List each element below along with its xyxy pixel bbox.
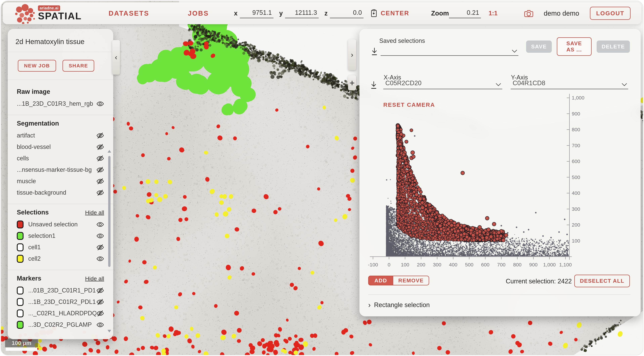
center-button[interactable]: CENTER [380,10,409,17]
color-swatch[interactable] [17,220,24,228]
y-axis-select[interactable]: C04R1CD8 [511,79,628,89]
save-as-button[interactable]: SAVE AS ... [557,37,592,56]
marker-row[interactable]: ...3D_C02R2_PGLAMP [17,319,104,330]
scroll-up-arrow[interactable] [108,150,111,153]
segmentation-row[interactable]: ...nsensus-marker-tissue-bg [17,164,104,175]
visibility-off-icon[interactable] [96,243,104,251]
screenshot-camera-icon[interactable] [524,9,534,18]
left-panel-collapse-button[interactable]: ‹ [112,40,120,75]
visibility-off-icon[interactable] [96,309,104,317]
new-job-button[interactable]: NEW JOB [18,60,56,72]
layers-panel: 2d Hematoxylin tissue NEW JOB SHARE Raw … [8,29,113,339]
share-button[interactable]: SHARE [62,60,94,72]
right-panel-collapse-button[interactable]: › [348,39,356,70]
scale-bar-rule [6,347,37,351]
paste-coordinates-icon[interactable] [370,9,378,18]
y-coord-label: y [279,10,283,17]
segmentation-row[interactable]: artifact [17,130,104,141]
color-swatch[interactable] [17,255,24,263]
delete-button[interactable]: DELETE [597,41,630,53]
divider [368,294,630,295]
saved-selections-select[interactable] [380,46,518,56]
color-swatch[interactable] [17,321,24,329]
selections-hide-all-link[interactable]: Hide all [85,209,104,216]
y-coord-input[interactable] [285,9,319,18]
segmentation-label: tissue-background [17,189,66,196]
zoom-in-button[interactable]: + [348,75,356,90]
rectangle-selection-expander[interactable]: › Rectangle selection [368,301,430,309]
one-to-one-button[interactable]: 1:1 [489,10,498,17]
visibility-on-icon[interactable] [96,321,104,329]
zoom-input[interactable] [449,9,481,18]
nav-link-jobs[interactable]: JOBS [188,10,209,17]
selection-row[interactable]: selection1 [17,230,104,241]
visibility-on-icon[interactable] [96,100,104,108]
scale-bar-label: 100 μm [12,340,31,346]
marker-row[interactable]: ...01B_23D_C01R1_PD1 [17,285,104,296]
chevron-down-icon [512,49,517,53]
download-selection-icon[interactable] [370,47,378,56]
color-swatch[interactable] [17,232,24,240]
visibility-off-icon[interactable] [96,287,104,294]
x-coord-input[interactable] [240,9,274,18]
nav-link-datasets[interactable]: DATASETS [109,10,149,17]
visibility-on-icon[interactable] [96,255,104,263]
x-coord-label: x [234,10,238,17]
save-button[interactable]: SAVE [526,41,552,53]
marker-row[interactable]: ..._C02R1_HLADRDPDQ [17,308,104,319]
color-swatch[interactable] [17,309,24,317]
brain-logo-icon [14,3,36,24]
deselect-all-button[interactable]: DESELECT ALL [574,275,630,287]
markers-hide-all-link[interactable]: Hide all [85,275,104,282]
visibility-off-icon[interactable] [96,143,104,151]
color-swatch[interactable] [17,243,24,251]
marker-row[interactable]: ...1B_23D_C01R2_PDL1 [17,296,104,308]
chevron-down-icon [496,83,501,86]
selection-label: Unsaved selection [28,221,78,228]
visibility-off-icon[interactable] [96,298,104,306]
marker-label: ...01B_23D_C01R1_PD1 [28,287,96,294]
visibility-on-icon[interactable] [96,220,104,228]
logout-button[interactable]: LOGOUT [590,7,630,20]
scatter-plot-canvas[interactable] [363,94,587,274]
brand-logo[interactable]: ariadne.ai SPATIAL [14,3,82,24]
segmentation-label: ...nsensus-marker-tissue-bg [17,166,92,173]
z-coord-label: z [324,10,328,17]
raw-image-section: Raw image ...1B_23D_C01R3_hem_rgb [8,83,113,115]
download-axis-data-icon[interactable] [370,80,378,89]
reset-camera-button[interactable]: RESET CAMERA [383,102,435,108]
segmentation-section: Segmentation artifact blood-vessel cells… [8,115,113,204]
scrollbar-thumb[interactable] [108,156,110,267]
color-swatch[interactable] [17,298,24,306]
visibility-off-icon[interactable] [96,154,104,162]
visibility-off-icon[interactable] [96,132,104,140]
visibility-off-icon[interactable] [96,189,104,197]
raw-image-row[interactable]: ...1B_23D_C01R3_hem_rgb [17,98,104,109]
visibility-off-icon[interactable] [96,177,104,185]
raw-image-header: Raw image [17,88,50,95]
selection-row[interactable]: cell2 [17,253,104,264]
segmentation-row[interactable]: muscle [17,175,104,187]
raw-image-label: ...1B_23D_C01R3_hem_rgb [17,100,93,107]
selection-row[interactable]: cell1 [17,241,104,253]
brand-name: SPATIAL [38,11,82,21]
visibility-off-icon[interactable] [96,166,104,174]
color-swatch[interactable] [17,287,24,294]
scroll-down-arrow[interactable] [108,330,111,332]
segmentation-row[interactable]: blood-vessel [17,141,104,153]
segmentation-row[interactable]: cells [17,153,104,164]
segmentation-row[interactable]: tissue-background [17,187,104,198]
selections-section: Selections Hide all Unsaved selection se… [8,204,113,270]
add-mode-button[interactable]: ADD [368,276,393,285]
visibility-on-icon[interactable] [96,232,104,240]
x-axis-select[interactable]: C05R2CD20 [383,79,502,89]
scatter-plot-area[interactable]: RESET CAMERA [363,94,587,274]
selection-row[interactable]: Unsaved selection [17,219,104,230]
segmentation-label: cells [17,155,29,162]
z-coord-input[interactable] [330,9,364,18]
chevron-right-icon: › [368,301,371,309]
layers-scroll-area[interactable]: Raw image ...1B_23D_C01R3_hem_rgb Segmen… [8,80,113,339]
remove-mode-button[interactable]: REMOVE [393,276,429,285]
dataset-title: 2d Hematoxylin tissue [16,38,106,46]
marker-label: ...1B_23D_C01R2_PDL1 [28,298,96,305]
